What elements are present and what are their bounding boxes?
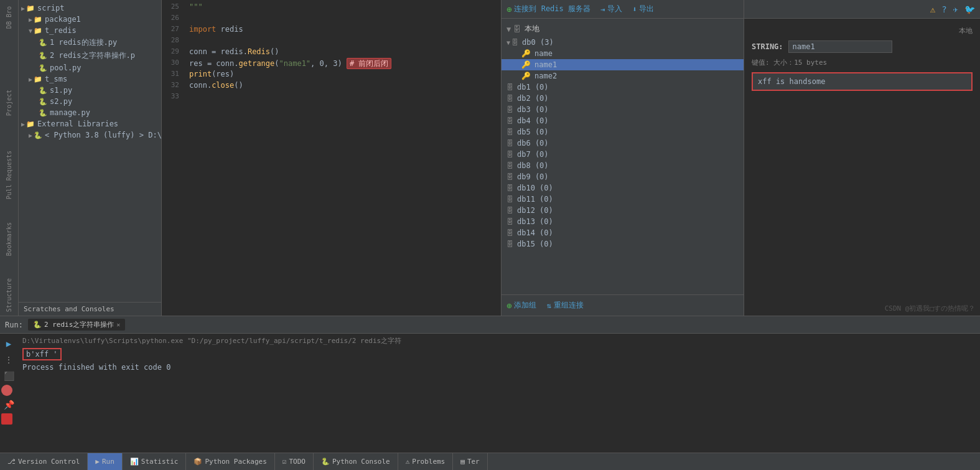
redis-db13[interactable]: 🗄db13 (0) bbox=[502, 216, 744, 227]
redis-db3[interactable]: 🗄db3 (0) bbox=[502, 104, 744, 115]
warning-icon[interactable]: ⚠ bbox=[930, 4, 935, 14]
terminal-icon: ▤ bbox=[460, 458, 465, 466]
line-number: 25 bbox=[162, 2, 187, 14]
export-btn[interactable]: ⬇ 导出 bbox=[632, 4, 654, 14]
telegram-icon[interactable]: ✈ bbox=[953, 4, 958, 14]
terminal-label: Ter bbox=[467, 458, 480, 466]
db-label: db9 (0) bbox=[517, 172, 549, 181]
status-tab-statistic[interactable]: 📊 Statistic bbox=[123, 453, 187, 470]
arrow-icon: ▶ bbox=[29, 16, 32, 23]
bookmarks-tab[interactable]: Bookmarks bbox=[4, 219, 14, 260]
run-tab[interactable]: 🐍 2 redis之字符串操作 ✕ bbox=[28, 319, 125, 331]
tree-item-redis-conn[interactable]: 🐍 1 redis的连接.py bbox=[19, 36, 161, 49]
redis-db4[interactable]: 🗄db4 (0) bbox=[502, 115, 744, 126]
run-stop-red-btn[interactable] bbox=[1, 413, 12, 425]
line-content[interactable] bbox=[187, 36, 501, 47]
tree-item-redis-str[interactable]: 🐍 2 redis之字符串操作.p bbox=[19, 49, 161, 62]
status-tab-terminal[interactable]: ▤ Ter bbox=[453, 453, 488, 470]
redis-db12[interactable]: 🗄db12 (0) bbox=[502, 205, 744, 216]
run-stop-btn[interactable]: ⬛ bbox=[1, 369, 16, 383]
db-icon: 🗄 bbox=[511, 39, 518, 47]
string-content-box[interactable]: xff is handsome bbox=[752, 72, 973, 91]
reconnect-btn[interactable]: ⇅ 重组连接 bbox=[546, 300, 583, 311]
redis-db9[interactable]: 🗄db9 (0) bbox=[502, 171, 744, 182]
redis-db0[interactable]: ▼ 🗄 db0 (3) bbox=[502, 37, 744, 48]
line-content[interactable]: conn.close() bbox=[187, 81, 501, 92]
run-process-line: Process finished with exit code 0 bbox=[22, 363, 975, 372]
code-line-30: 30 res = conn.getrange("name1", 0, 3) # … bbox=[162, 59, 501, 70]
db-label: db8 (0) bbox=[517, 161, 549, 170]
tree-label-python-env: < Python 3.8 (luffy) > D:\Vi bbox=[45, 131, 161, 139]
import-btn[interactable]: ⇥ 导入 bbox=[600, 4, 622, 14]
folder-icon: 📁 bbox=[34, 16, 42, 24]
structure-tab[interactable]: Structure bbox=[4, 275, 14, 316]
tree-item-python-env[interactable]: ▶ 🐍 < Python 3.8 (luffy) > D:\Vi bbox=[19, 129, 161, 141]
redis-key-name1[interactable]: 🔑 name1 bbox=[502, 59, 744, 70]
export-label: 导出 bbox=[639, 4, 654, 14]
tree-item-t-redis[interactable]: ▼ 📁 t_redis bbox=[19, 25, 161, 36]
tree-item-s2[interactable]: 🐍 s2.py bbox=[19, 96, 161, 107]
redis-toolbar: ⊕ 连接到 Redis 服务器 ⇥ 导入 ⬇ 导出 bbox=[502, 0, 744, 19]
arrow-icon: ▶ bbox=[21, 121, 25, 128]
line-content[interactable]: import redis bbox=[187, 25, 501, 36]
redis-db2[interactable]: 🗄db2 (0) bbox=[502, 93, 744, 104]
py-icon: 🐍 bbox=[39, 87, 47, 95]
line-content[interactable]: conn = redis.Redis() bbox=[187, 47, 501, 59]
line-content[interactable] bbox=[187, 92, 501, 103]
pull-requests-tab[interactable]: Pull Requests bbox=[4, 147, 14, 203]
tree-item-ext-libs[interactable]: ▶ 📁 External Libraries bbox=[19, 118, 161, 129]
status-tab-problems[interactable]: ⚠ Problems bbox=[398, 453, 454, 470]
folder-icon: 📁 bbox=[34, 75, 42, 83]
tree-item-manage[interactable]: 🐍 manage.py bbox=[19, 107, 161, 118]
run-tab-close[interactable]: ✕ bbox=[116, 321, 120, 328]
redis-db7[interactable]: 🗄db7 (0) bbox=[502, 149, 744, 160]
project-tab[interactable]: Project bbox=[4, 86, 14, 120]
twitter-icon[interactable]: 🐦 bbox=[964, 4, 975, 14]
status-tab-python-packages[interactable]: 📦 Python Packages bbox=[186, 453, 274, 470]
question-icon[interactable]: ? bbox=[941, 4, 946, 14]
status-tab-todo[interactable]: ☑ TODO bbox=[275, 453, 314, 470]
status-tab-version-control[interactable]: ⎇ Version Control bbox=[0, 453, 88, 470]
redis-db1[interactable]: 🗄db1 (0) bbox=[502, 82, 744, 93]
line-content[interactable]: res = conn.getrange("name1", 0, 3) # 前闭后… bbox=[187, 59, 501, 70]
add-group-btn[interactable]: ⊕ 添加组 bbox=[506, 300, 536, 311]
tree-item-s1[interactable]: 🐍 s1.py bbox=[19, 85, 161, 96]
db-browser-icon[interactable]: DB Bro bbox=[4, 2, 14, 32]
redis-db5[interactable]: 🗄db5 (0) bbox=[502, 126, 744, 138]
redis-key-name2[interactable]: 🔑 name2 bbox=[502, 70, 744, 82]
line-content[interactable] bbox=[187, 14, 501, 25]
redis-db6[interactable]: 🗄db6 (0) bbox=[502, 138, 744, 149]
redis-key-name[interactable]: 🔑 name bbox=[502, 48, 744, 59]
folder-icon: 📁 bbox=[26, 4, 35, 12]
line-content[interactable]: """ bbox=[187, 2, 501, 14]
redis-db8[interactable]: 🗄db8 (0) bbox=[502, 160, 744, 171]
line-content[interactable]: print(res) bbox=[187, 70, 501, 81]
run-output-line: b'xff ' bbox=[22, 348, 975, 360]
run-play-btn[interactable]: ▶ bbox=[1, 336, 16, 351]
string-key-input[interactable] bbox=[788, 40, 892, 53]
redis-db11[interactable]: 🗄db11 (0) bbox=[502, 194, 744, 205]
key-label-name: name bbox=[534, 49, 553, 58]
run-rerun-btn[interactable] bbox=[1, 385, 12, 396]
python-console-icon: 🐍 bbox=[321, 458, 330, 466]
status-tab-python-console[interactable]: 🐍 Python Console bbox=[314, 453, 398, 470]
line-number: 28 bbox=[162, 36, 187, 47]
db-icon: 🗄 bbox=[506, 240, 513, 248]
redis-db14[interactable]: 🗄db14 (0) bbox=[502, 227, 744, 238]
run-main: ▶ ⋮ ⬛ 📌 D:\Virtualenvs\luffy\Scripts\pyt… bbox=[0, 334, 980, 453]
tree-item-pool[interactable]: 🐍 pool.py bbox=[19, 62, 161, 73]
tree-item-script[interactable]: ▶ 📁 script bbox=[19, 2, 161, 14]
line-number: 31 bbox=[162, 70, 187, 81]
tree-item-package1[interactable]: ▶ 📁 package1 bbox=[19, 14, 161, 25]
connect-redis-btn[interactable]: ⊕ 连接到 Redis 服务器 bbox=[506, 4, 590, 14]
run-menu-btn[interactable]: ⋮ bbox=[1, 352, 16, 367]
status-tab-run[interactable]: ▶ Run bbox=[88, 453, 123, 470]
scratches-and-consoles[interactable]: Scratches and Consoles bbox=[19, 302, 161, 316]
db-label: db11 (0) bbox=[517, 195, 553, 204]
redis-db15[interactable]: 🗄db15 (0) bbox=[502, 238, 744, 250]
tree-item-t-sms[interactable]: ▶ 📁 t_sms bbox=[19, 73, 161, 85]
redis-db10[interactable]: 🗄db10 (0) bbox=[502, 182, 744, 194]
tree-label-redis-conn: 1 redis的连接.py bbox=[50, 37, 117, 48]
run-pin-btn[interactable]: 📌 bbox=[1, 397, 16, 412]
db-label: db6 (0) bbox=[517, 139, 549, 148]
